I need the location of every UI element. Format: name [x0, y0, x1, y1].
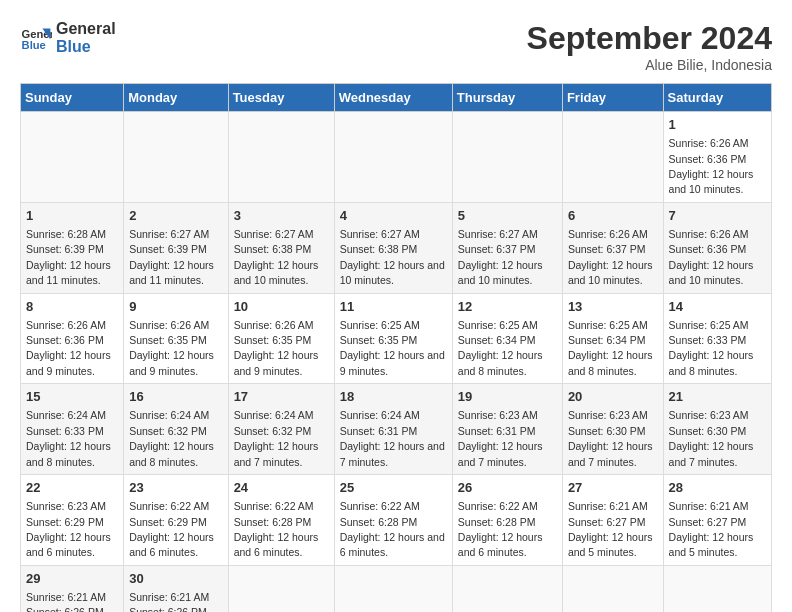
calendar-cell: 29Sunrise: 6:21 AMSunset: 6:26 PMDayligh… [21, 565, 124, 612]
day-details: Sunrise: 6:22 AMSunset: 6:28 PMDaylight:… [340, 500, 445, 558]
svg-text:Blue: Blue [22, 39, 46, 51]
calendar-cell: 8Sunrise: 6:26 AMSunset: 6:36 PMDaylight… [21, 293, 124, 384]
calendar-cell: 6Sunrise: 6:26 AMSunset: 6:37 PMDaylight… [562, 202, 663, 293]
calendar-table: SundayMondayTuesdayWednesdayThursdayFrid… [20, 83, 772, 612]
day-number: 13 [568, 298, 658, 316]
day-number: 30 [129, 570, 222, 588]
calendar-cell: 4Sunrise: 6:27 AMSunset: 6:38 PMDaylight… [334, 202, 452, 293]
logo-line1: General [56, 20, 116, 38]
calendar-cell: 23Sunrise: 6:22 AMSunset: 6:29 PMDayligh… [124, 475, 228, 566]
day-details: Sunrise: 6:26 AMSunset: 6:35 PMDaylight:… [234, 319, 319, 377]
day-number: 24 [234, 479, 329, 497]
day-header-wednesday: Wednesday [334, 84, 452, 112]
day-details: Sunrise: 6:23 AMSunset: 6:30 PMDaylight:… [568, 409, 653, 467]
calendar-cell: 3Sunrise: 6:27 AMSunset: 6:38 PMDaylight… [228, 202, 334, 293]
day-details: Sunrise: 6:21 AMSunset: 6:27 PMDaylight:… [568, 500, 653, 558]
calendar-header-row: SundayMondayTuesdayWednesdayThursdayFrid… [21, 84, 772, 112]
calendar-cell: 24Sunrise: 6:22 AMSunset: 6:28 PMDayligh… [228, 475, 334, 566]
logo-icon: General Blue [20, 22, 52, 54]
calendar-cell: 2Sunrise: 6:27 AMSunset: 6:39 PMDaylight… [124, 202, 228, 293]
logo-line2: Blue [56, 38, 116, 56]
calendar-cell: 27Sunrise: 6:21 AMSunset: 6:27 PMDayligh… [562, 475, 663, 566]
day-number: 20 [568, 388, 658, 406]
day-number: 7 [669, 207, 766, 225]
calendar-cell [562, 112, 663, 203]
calendar-week-row: 8Sunrise: 6:26 AMSunset: 6:36 PMDaylight… [21, 293, 772, 384]
day-details: Sunrise: 6:22 AMSunset: 6:29 PMDaylight:… [129, 500, 214, 558]
day-details: Sunrise: 6:27 AMSunset: 6:38 PMDaylight:… [340, 228, 445, 286]
day-number: 10 [234, 298, 329, 316]
day-number: 28 [669, 479, 766, 497]
calendar-cell: 9Sunrise: 6:26 AMSunset: 6:35 PMDaylight… [124, 293, 228, 384]
day-details: Sunrise: 6:24 AMSunset: 6:32 PMDaylight:… [129, 409, 214, 467]
calendar-cell [562, 565, 663, 612]
calendar-cell: 28Sunrise: 6:21 AMSunset: 6:27 PMDayligh… [663, 475, 771, 566]
day-details: Sunrise: 6:26 AMSunset: 6:36 PMDaylight:… [26, 319, 111, 377]
day-number: 23 [129, 479, 222, 497]
day-header-tuesday: Tuesday [228, 84, 334, 112]
calendar-cell: 1Sunrise: 6:28 AMSunset: 6:39 PMDaylight… [21, 202, 124, 293]
day-number: 9 [129, 298, 222, 316]
calendar-cell: 20Sunrise: 6:23 AMSunset: 6:30 PMDayligh… [562, 384, 663, 475]
day-number: 11 [340, 298, 447, 316]
day-details: Sunrise: 6:22 AMSunset: 6:28 PMDaylight:… [458, 500, 543, 558]
day-number: 3 [234, 207, 329, 225]
calendar-cell [228, 565, 334, 612]
calendar-cell [663, 565, 771, 612]
day-number: 25 [340, 479, 447, 497]
day-number: 14 [669, 298, 766, 316]
calendar-cell: 12Sunrise: 6:25 AMSunset: 6:34 PMDayligh… [452, 293, 562, 384]
day-number: 26 [458, 479, 557, 497]
calendar-cell: 15Sunrise: 6:24 AMSunset: 6:33 PMDayligh… [21, 384, 124, 475]
logo: General Blue General Blue [20, 20, 116, 55]
calendar-cell [21, 112, 124, 203]
day-details: Sunrise: 6:26 AMSunset: 6:36 PMDaylight:… [669, 228, 754, 286]
calendar-cell [452, 565, 562, 612]
calendar-week-row: 1Sunrise: 6:28 AMSunset: 6:39 PMDaylight… [21, 202, 772, 293]
day-details: Sunrise: 6:27 AMSunset: 6:39 PMDaylight:… [129, 228, 214, 286]
title-block: September 2024 Alue Bilie, Indonesia [527, 20, 772, 73]
day-number: 17 [234, 388, 329, 406]
day-number: 6 [568, 207, 658, 225]
calendar-cell: 5Sunrise: 6:27 AMSunset: 6:37 PMDaylight… [452, 202, 562, 293]
day-number: 29 [26, 570, 118, 588]
day-details: Sunrise: 6:23 AMSunset: 6:30 PMDaylight:… [669, 409, 754, 467]
calendar-cell [228, 112, 334, 203]
calendar-cell: 16Sunrise: 6:24 AMSunset: 6:32 PMDayligh… [124, 384, 228, 475]
calendar-cell: 26Sunrise: 6:22 AMSunset: 6:28 PMDayligh… [452, 475, 562, 566]
day-details: Sunrise: 6:21 AMSunset: 6:26 PMDaylight:… [26, 591, 111, 612]
day-number: 22 [26, 479, 118, 497]
day-details: Sunrise: 6:28 AMSunset: 6:39 PMDaylight:… [26, 228, 111, 286]
calendar-cell: 1Sunrise: 6:26 AMSunset: 6:36 PMDaylight… [663, 112, 771, 203]
day-details: Sunrise: 6:25 AMSunset: 6:34 PMDaylight:… [458, 319, 543, 377]
calendar-week-row: 1Sunrise: 6:26 AMSunset: 6:36 PMDaylight… [21, 112, 772, 203]
day-header-monday: Monday [124, 84, 228, 112]
calendar-cell: 14Sunrise: 6:25 AMSunset: 6:33 PMDayligh… [663, 293, 771, 384]
calendar-cell: 18Sunrise: 6:24 AMSunset: 6:31 PMDayligh… [334, 384, 452, 475]
day-number: 12 [458, 298, 557, 316]
calendar-week-row: 15Sunrise: 6:24 AMSunset: 6:33 PMDayligh… [21, 384, 772, 475]
calendar-week-row: 29Sunrise: 6:21 AMSunset: 6:26 PMDayligh… [21, 565, 772, 612]
day-details: Sunrise: 6:24 AMSunset: 6:31 PMDaylight:… [340, 409, 445, 467]
day-number: 16 [129, 388, 222, 406]
day-header-friday: Friday [562, 84, 663, 112]
day-number: 18 [340, 388, 447, 406]
day-details: Sunrise: 6:21 AMSunset: 6:26 PMDaylight:… [129, 591, 214, 612]
day-details: Sunrise: 6:23 AMSunset: 6:31 PMDaylight:… [458, 409, 543, 467]
day-details: Sunrise: 6:24 AMSunset: 6:33 PMDaylight:… [26, 409, 111, 467]
calendar-cell: 11Sunrise: 6:25 AMSunset: 6:35 PMDayligh… [334, 293, 452, 384]
month-title: September 2024 [527, 20, 772, 57]
day-details: Sunrise: 6:26 AMSunset: 6:36 PMDaylight:… [669, 137, 754, 195]
calendar-cell: 10Sunrise: 6:26 AMSunset: 6:35 PMDayligh… [228, 293, 334, 384]
day-details: Sunrise: 6:25 AMSunset: 6:33 PMDaylight:… [669, 319, 754, 377]
calendar-cell: 25Sunrise: 6:22 AMSunset: 6:28 PMDayligh… [334, 475, 452, 566]
day-number: 27 [568, 479, 658, 497]
calendar-cell [334, 112, 452, 203]
calendar-cell: 13Sunrise: 6:25 AMSunset: 6:34 PMDayligh… [562, 293, 663, 384]
page-header: General Blue General Blue September 2024… [20, 20, 772, 73]
day-number: 21 [669, 388, 766, 406]
day-number: 4 [340, 207, 447, 225]
calendar-cell: 30Sunrise: 6:21 AMSunset: 6:26 PMDayligh… [124, 565, 228, 612]
calendar-cell [334, 565, 452, 612]
location-subtitle: Alue Bilie, Indonesia [527, 57, 772, 73]
